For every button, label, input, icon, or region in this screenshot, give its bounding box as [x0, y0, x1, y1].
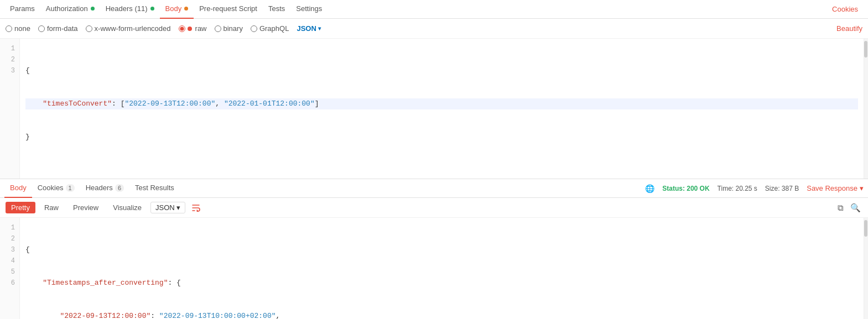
response-scrollbar-thumb	[864, 220, 867, 237]
top-tabs-bar: Params Authorization Headers (11) Body P…	[0, 0, 868, 19]
response-tab-headers[interactable]: Headers 6	[80, 179, 129, 198]
tab-params-label: Params	[10, 4, 35, 13]
radio-none-input[interactable]	[6, 25, 12, 32]
radio-raw-input[interactable]	[179, 25, 185, 32]
json-format-select[interactable]: JSON ▾	[297, 24, 320, 33]
request-code-content[interactable]: { "timesToConvert": ["2022-09-13T12:00:0…	[20, 39, 864, 179]
radio-urlencoded[interactable]: x-www-form-urlencoded	[86, 24, 171, 33]
response-size: Size: 387 B	[765, 185, 799, 192]
response-tab-body-label: Body	[10, 184, 27, 192]
fmt-tab-raw[interactable]: Raw	[39, 202, 64, 213]
status-ok: Status: 200 OK	[662, 185, 709, 192]
request-code-editor[interactable]: 1 2 3 { "timesToConvert": ["2022-09-13T1…	[0, 39, 868, 179]
fmt-tab-pretty[interactable]: Pretty	[6, 202, 35, 213]
response-tab-cookies[interactable]: Cookies 1	[32, 179, 80, 198]
body-dot	[184, 7, 188, 11]
response-json-dropdown[interactable]: JSON ▾	[150, 202, 185, 213]
wrap-icon-button[interactable]	[189, 203, 205, 213]
tab-headers[interactable]: Headers (11)	[100, 0, 160, 19]
response-scrollbar[interactable]	[864, 218, 868, 319]
response-tab-test-results-label: Test Results	[135, 184, 174, 192]
tab-settings[interactable]: Settings	[290, 0, 328, 19]
tab-prerequest[interactable]: Pre-request Script	[194, 0, 263, 19]
search-icon-button[interactable]: 🔍	[849, 201, 862, 215]
radio-raw-dot	[188, 27, 192, 31]
headers-badge: 6	[115, 184, 124, 192]
radio-binary[interactable]: binary	[215, 24, 243, 33]
tab-settings-label: Settings	[296, 4, 322, 13]
response-json-label: JSON	[155, 203, 175, 212]
tab-headers-label: Headers (11)	[106, 4, 148, 13]
save-response-label: Save Response	[807, 184, 857, 192]
tab-body-label: Body	[165, 4, 182, 13]
radio-binary-label: binary	[224, 24, 243, 33]
body-sub-bar: none form-data x-www-form-urlencoded raw…	[0, 19, 868, 39]
authorization-dot	[91, 7, 95, 11]
globe-icon: 🌐	[645, 184, 654, 193]
response-code-area[interactable]: 1 2 3 4 5 6 { "Timestamps_after_converti…	[0, 218, 868, 319]
response-line-numbers: 1 2 3 4 5 6	[0, 218, 20, 319]
tab-body[interactable]: Body	[160, 0, 194, 19]
fmt-tab-visualize[interactable]: Visualize	[107, 202, 147, 213]
radio-form-data-input[interactable]	[38, 25, 45, 32]
response-line-2: "Timestamps_after_converting": {	[25, 278, 858, 289]
tab-authorization-label: Authorization	[46, 4, 88, 13]
radio-graphql-input[interactable]	[251, 25, 257, 32]
json-format-label: JSON	[297, 24, 316, 33]
request-line-numbers: 1 2 3	[0, 39, 20, 179]
radio-binary-input[interactable]	[215, 25, 221, 32]
radio-raw[interactable]: raw	[179, 24, 207, 33]
chevron-down-icon: ▾	[860, 184, 864, 192]
tab-tests[interactable]: Tests	[263, 0, 290, 19]
wrap-svg-icon	[192, 204, 202, 212]
request-line-2: "timesToConvert": ["2022-09-13T12:00:00"…	[25, 98, 858, 109]
radio-form-data-label: form-data	[47, 24, 78, 33]
chevron-down-icon: ▾	[176, 203, 180, 212]
copy-icon-button[interactable]: ⧉	[836, 201, 845, 215]
request-line-3: }	[25, 132, 858, 143]
tab-params[interactable]: Params	[4, 0, 40, 19]
cookies-link[interactable]: Cookies	[832, 5, 864, 13]
response-tab-test-results[interactable]: Test Results	[129, 179, 180, 198]
fmt-tab-preview[interactable]: Preview	[67, 202, 104, 213]
radio-form-data[interactable]: form-data	[38, 24, 78, 33]
response-tab-cookies-label: Cookies	[38, 184, 64, 192]
response-line-3: "2022-09-13T12:00:00": "2022-09-13T10:00…	[25, 311, 858, 319]
request-scrollbar-thumb	[864, 41, 867, 57]
tab-authorization[interactable]: Authorization	[40, 0, 100, 19]
response-format-bar: Pretty Raw Preview Visualize JSON ▾ ⧉ 🔍	[0, 198, 868, 218]
response-section: Body Cookies 1 Headers 6 Test Results 🌐 …	[0, 179, 868, 319]
chevron-down-icon: ▾	[318, 25, 321, 32]
radio-urlencoded-label: x-www-form-urlencoded	[95, 24, 171, 33]
headers-dot	[150, 7, 154, 11]
radio-graphql-label: GraphQL	[259, 24, 289, 33]
tab-tests-label: Tests	[268, 4, 285, 13]
response-line-1: {	[25, 244, 858, 255]
radio-raw-label: raw	[195, 24, 207, 33]
response-status-bar: 🌐 Status: 200 OK Time: 20.25 s Size: 387…	[645, 184, 864, 193]
radio-graphql[interactable]: GraphQL	[251, 24, 289, 33]
response-action-icons: ⧉ 🔍	[836, 201, 862, 215]
tab-prerequest-label: Pre-request Script	[199, 4, 257, 13]
cookies-badge: 1	[66, 184, 75, 192]
beautify-button[interactable]: Beautify	[836, 24, 862, 33]
response-tab-body[interactable]: Body	[4, 179, 32, 198]
response-time: Time: 20.25 s	[718, 185, 757, 192]
response-code-content: { "Timestamps_after_converting": { "2022…	[20, 218, 864, 319]
request-scrollbar[interactable]	[864, 39, 868, 179]
response-tab-headers-label: Headers	[86, 184, 113, 192]
radio-urlencoded-input[interactable]	[86, 25, 92, 32]
radio-none-label: none	[14, 24, 30, 33]
response-tabs-bar: Body Cookies 1 Headers 6 Test Results 🌐 …	[0, 179, 868, 198]
request-line-1: {	[25, 65, 858, 76]
radio-none[interactable]: none	[6, 24, 30, 33]
save-response-button[interactable]: Save Response ▾	[807, 184, 864, 192]
